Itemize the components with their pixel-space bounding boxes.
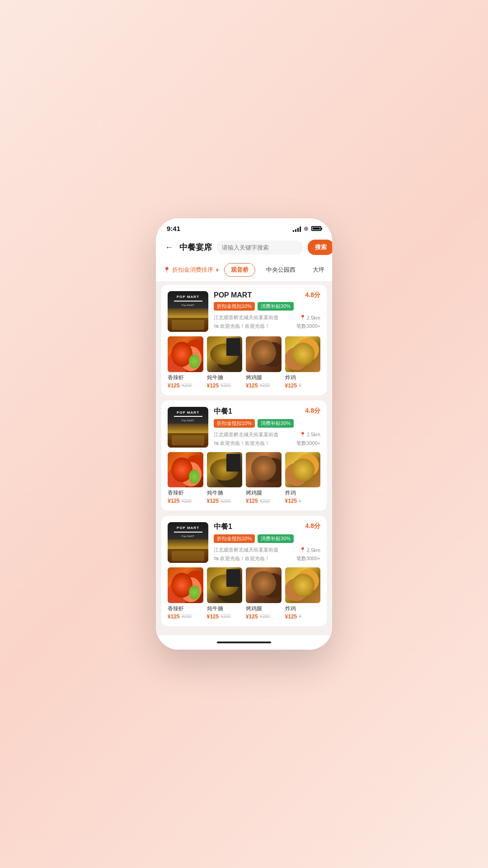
food-item-beef-2[interactable]: 炖牛腩 ¥125 ¥200	[207, 452, 243, 505]
food-price-beef-1: ¥125	[207, 382, 219, 389]
food-item-fried-1[interactable]: 炸鸡 ¥125 ¥	[285, 336, 321, 389]
food-item-beef-3[interactable]: 炖牛腩 ¥125 ¥200	[207, 567, 243, 620]
food-name-shrimp-1: 香辣虾	[168, 374, 203, 382]
discount-tag-3: 折扣金抵扣10%	[214, 534, 255, 543]
food-image-shrimp-3	[168, 567, 203, 603]
food-name-fried-2: 炸鸡	[285, 489, 321, 497]
food-grid-1: 香辣虾 ¥125 ¥200 炖牛腩 ¥125 ¥200	[168, 336, 320, 389]
food-item-fried-3[interactable]: 炸鸡 ¥125 ¥	[285, 567, 321, 620]
card-address-3: 江北观音桥北城天街某某街道 📍 2.5km	[214, 547, 320, 553]
food-image-shrimp-2	[168, 452, 203, 488]
food-item-shrimp-2[interactable]: 香辣虾 ¥125 ¥200	[168, 452, 203, 505]
food-image-fried-2	[285, 452, 321, 488]
food-image-beef-1	[207, 336, 243, 372]
subsidy-tag-1: 消费补贴30%	[258, 302, 294, 311]
home-bar	[217, 642, 271, 643]
food-item-chicken-2[interactable]: 烤鸡腿 ¥125 ¥200	[246, 452, 282, 505]
food-name-beef-2: 炖牛腩	[207, 489, 243, 497]
card-welcome-1: 🛍 欢迎光临！欢迎光临！ 笔数3000+	[214, 323, 320, 330]
food-item-shrimp-3[interactable]: 香辣虾 ¥125 ¥200	[168, 567, 203, 620]
food-oldprice-beef-1: ¥200	[221, 383, 230, 388]
location-icon-3: 📍	[300, 547, 306, 553]
food-grid-2: 香辣虾 ¥125 ¥200 炖牛腩 ¥125 ¥200	[168, 452, 320, 505]
food-oldprice-shrimp-1: ¥200	[182, 383, 192, 388]
discount-tag-1: 折扣金抵扣10%	[214, 302, 255, 311]
store-image-2: POP MART Pop MaRT	[168, 407, 208, 448]
back-button[interactable]: ←	[163, 241, 175, 254]
card-info-1: POP MART 4.8分 折扣金抵扣10% 消费补贴30% 江北观音桥北城天街…	[214, 291, 320, 332]
card-top-3: POP MART Pop MaRT 中餐1 4.8分	[168, 522, 320, 563]
food-oldprice-chicken-1: ¥200	[260, 383, 270, 388]
food-name-chicken-1: 烤鸡腿	[246, 374, 282, 382]
card-top-1: POP MART Pop MaRT POP MART 4.8分	[168, 291, 320, 332]
search-button[interactable]: 搜索	[308, 240, 332, 255]
battery-icon	[311, 226, 321, 231]
card-count-1: 笔数3000+	[296, 323, 320, 330]
card-distance-3: 📍 2.5km	[300, 547, 320, 553]
sort-filter[interactable]: 📍 折扣金消费排序 ▼	[163, 266, 220, 274]
status-time: 9:41	[167, 225, 180, 232]
food-image-fried-1	[285, 336, 321, 372]
food-name-beef-1: 炖牛腩	[207, 374, 243, 382]
food-price-fried-1: ¥125	[285, 382, 297, 389]
restaurant-rating-3: 4.8分	[305, 522, 320, 530]
restaurant-card-2[interactable]: POP MART Pop MaRT 中餐1 4.8分	[161, 401, 327, 511]
restaurant-list: POP MART Pop MaRT POP MART 4.8分	[156, 281, 332, 635]
food-item-shrimp-1[interactable]: 香辣虾 ¥125 ¥200	[168, 336, 203, 389]
food-image-chicken-2	[246, 452, 282, 488]
card-count-3: 笔数3000+	[296, 555, 320, 562]
card-welcome-3: 🛍 欢迎光临！欢迎光临！ 笔数3000+	[214, 555, 320, 562]
subsidy-tag-3: 消费补贴30%	[258, 534, 294, 543]
food-grid-3: 香辣虾 ¥125 ¥200 炖牛腩 ¥125 ¥200	[168, 567, 320, 620]
food-image-beef-2	[207, 452, 243, 488]
food-name-fried-3: 炸鸡	[285, 605, 321, 613]
food-price-chicken-1: ¥125	[246, 382, 258, 389]
card-info-2: 中餐1 4.8分 折扣金抵扣10% 消费补贴30% 江北观音桥北城天街某某街道 …	[214, 407, 320, 448]
restaurant-name-1: POP MART	[214, 291, 252, 299]
card-info-3: 中餐1 4.8分 折扣金抵扣10% 消费补贴30% 江北观音桥北城天街某某街道 …	[214, 522, 320, 563]
card-top-2: POP MART Pop MaRT 中餐1 4.8分	[168, 407, 320, 448]
filter-tab-centralpark[interactable]: 中央公园西	[260, 264, 302, 276]
header: ← 中餐宴席 搜索	[156, 236, 332, 260]
bag-icon-2: 🛍	[214, 440, 219, 446]
card-tags-3: 折扣金抵扣10% 消费补贴30%	[214, 534, 320, 543]
food-item-chicken-1[interactable]: 烤鸡腿 ¥125 ¥200	[246, 336, 282, 389]
food-image-beef-3	[207, 567, 243, 603]
filter-tab-guanyinqiao[interactable]: 观音桥	[224, 263, 255, 277]
bag-icon-1: 🛍	[214, 323, 219, 329]
card-address-1: 江北观音桥北城天街某某街道 📍 2.5km	[214, 314, 320, 321]
location-pin-icon: 📍	[163, 267, 170, 274]
chevron-down-icon: ▼	[215, 268, 220, 273]
location-icon-2: 📍	[300, 432, 306, 438]
sort-label: 折扣金消费排序	[172, 266, 213, 274]
store-image-3: POP MART Pop MaRT	[168, 522, 208, 563]
subsidy-tag-2: 消费补贴30%	[258, 419, 294, 428]
food-name-shrimp-2: 香辣虾	[168, 489, 203, 497]
restaurant-card-3[interactable]: POP MART Pop MaRT 中餐1 4.8分	[161, 516, 327, 626]
food-image-shrimp-1	[168, 336, 203, 372]
card-distance-1: 📍 2.5km	[300, 315, 320, 321]
food-name-chicken-2: 烤鸡腿	[246, 489, 282, 497]
store-image-1: POP MART Pop MaRT	[168, 291, 208, 332]
food-item-chicken-3[interactable]: 烤鸡腿 ¥125 ¥200	[246, 567, 282, 620]
phone-frame: 9:41 ⊛ ← 中餐宴席 搜索 📍 折扣金消费排序 ▼	[156, 218, 332, 650]
food-item-beef-1[interactable]: 炖牛腩 ¥125 ¥200	[207, 336, 243, 389]
restaurant-name-3: 中餐1	[214, 522, 232, 532]
food-item-fried-2[interactable]: 炸鸡 ¥125 ¥	[285, 452, 321, 505]
filter-bar: 📍 折扣金消费排序 ▼ 观音桥 中央公园西 大坪 杨家	[156, 260, 332, 281]
food-oldprice-fried-1: ¥	[299, 383, 301, 388]
restaurant-card-1[interactable]: POP MART Pop MaRT POP MART 4.8分	[161, 285, 327, 395]
home-indicator	[156, 635, 332, 650]
location-icon-1: 📍	[300, 315, 306, 321]
food-name-beef-3: 炖牛腩	[207, 605, 243, 613]
discount-tag-2: 折扣金抵扣10%	[214, 419, 255, 428]
card-tags-1: 折扣金抵扣10% 消费补贴30%	[214, 302, 320, 311]
food-name-chicken-3: 烤鸡腿	[246, 605, 282, 613]
search-bar	[216, 241, 303, 255]
restaurant-rating-1: 4.8分	[305, 291, 320, 299]
filter-tab-daping[interactable]: 大坪	[306, 264, 331, 276]
card-welcome-2: 🛍 欢迎光临！欢迎光临！ 笔数3000+	[214, 440, 320, 447]
restaurant-name-2: 中餐1	[214, 407, 232, 416]
search-input[interactable]	[222, 244, 298, 251]
status-bar: 9:41 ⊛	[156, 218, 332, 236]
